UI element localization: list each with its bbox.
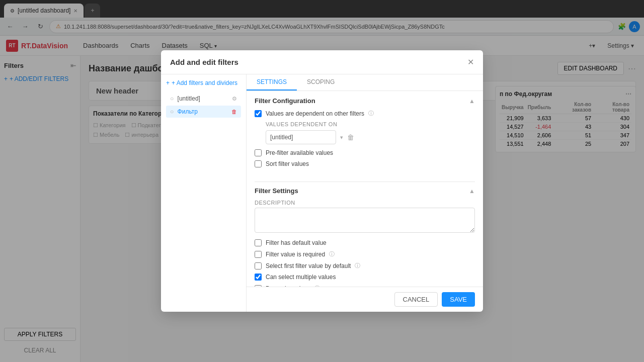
dependent-delete-icon[interactable]: 🗑 (347, 133, 354, 141)
dynamic-checkbox[interactable] (255, 285, 262, 287)
value-required-label: Filter value is required (266, 251, 325, 258)
values-dependent-row: Values are dependent on other filters ⓘ (255, 110, 475, 117)
description-textarea[interactable] (255, 208, 475, 233)
filter-settings-content: DESCRIPTION Filter has default value Fil… (255, 200, 475, 287)
modal-overlay: Add and edit filters ✕ + + Add filters a… (0, 0, 644, 362)
dynamic-row-container: Dynami... values ⓘ Exclude selected valu… (255, 285, 475, 287)
filter-settings-icon[interactable]: ⚙ (232, 96, 237, 102)
modal-body: + + Add filters and dividers ○ [untitled… (161, 74, 483, 312)
filter-config-section-header[interactable]: Filter Configuration ▲ (255, 97, 475, 105)
filter-settings-section-header[interactable]: Filter Settings ▲ (255, 187, 475, 195)
value-required-checkbox[interactable] (255, 251, 262, 258)
filter-item-filter[interactable]: ○ Фильтр 🗑 (166, 106, 241, 118)
modal-tabs: SETTINGS SCOPING (247, 74, 483, 91)
dependent-select-row: [untitled] ▾ 🗑 (266, 130, 475, 144)
has-default-checkbox[interactable] (255, 239, 262, 246)
filter-config-content: Values are dependent on other filters ⓘ … (255, 110, 475, 176)
has-default-label: Filter has default value (266, 239, 327, 246)
modal-close-button[interactable]: ✕ (467, 57, 474, 67)
filter-item-untitled[interactable]: ○ [untitled] ⚙ (166, 93, 241, 105)
tab-scoping[interactable]: SCOPING (297, 74, 345, 90)
modal-scroll-area[interactable]: Filter Configuration ▲ Values are depend… (247, 91, 483, 287)
save-button[interactable]: SAVE (442, 292, 475, 307)
tab-settings[interactable]: SETTINGS (247, 74, 297, 90)
select-first-info-icon[interactable]: ⓘ (355, 262, 360, 269)
dynamic-row: Dynami... values ⓘ (255, 285, 475, 287)
modal-header: Add and edit filters ✕ (161, 50, 483, 74)
sort-filter-row: Sort filter values (255, 160, 475, 167)
values-dependent-info-icon[interactable]: ⓘ (368, 110, 374, 117)
dependent-filter-select[interactable]: [untitled] (266, 130, 336, 144)
add-edit-filters-modal: Add and edit filters ✕ + + Add filters a… (161, 50, 483, 312)
description-label: DESCRIPTION (255, 200, 475, 206)
can-select-multiple-row: Can select multiple values (255, 274, 475, 281)
modal-title: Add and edit filters (170, 58, 238, 66)
values-dependent-on-label: VALUES DEPENDENT ON (266, 121, 475, 127)
values-dependent-label: Values are dependent on other filters (266, 110, 364, 117)
pre-filter-checkbox[interactable] (255, 149, 262, 156)
add-filters-dividers-button[interactable]: + + Add filters and dividers (166, 79, 241, 86)
dynamic-label: Dynami... values (266, 285, 310, 287)
value-required-info-icon[interactable]: ⓘ (329, 250, 335, 258)
section-divider (255, 182, 475, 182)
sort-filter-label: Sort filter values (266, 160, 309, 167)
config-collapse-icon[interactable]: ▲ (469, 98, 475, 105)
modal-filters-sidebar: + + Add filters and dividers ○ [untitled… (161, 74, 247, 312)
select-first-label: Select first filter value by default (266, 262, 351, 269)
modal-footer: CANCEL SAVE (247, 287, 483, 312)
select-first-checkbox[interactable] (255, 262, 262, 269)
can-select-multiple-checkbox[interactable] (255, 274, 262, 281)
cancel-button[interactable]: CANCEL (394, 292, 438, 307)
dynamic-info-icon[interactable]: ⓘ (314, 285, 320, 287)
has-default-row: Filter has default value (255, 239, 475, 246)
select-first-row: Select first filter value by default ⓘ (255, 262, 475, 269)
pre-filter-row: Pre-filter available values (255, 149, 475, 156)
filter-delete-icon[interactable]: 🗑 (231, 109, 237, 115)
values-dependent-checkbox[interactable] (255, 110, 262, 117)
pre-filter-label: Pre-filter available values (266, 149, 333, 156)
value-required-row: Filter value is required ⓘ (255, 250, 475, 258)
can-select-multiple-label: Can select multiple values (266, 274, 336, 281)
modal-main-content: SETTINGS SCOPING Filter Configuration ▲ … (247, 74, 483, 312)
settings-collapse-icon[interactable]: ▲ (469, 188, 475, 195)
sort-filter-checkbox[interactable] (255, 160, 262, 167)
